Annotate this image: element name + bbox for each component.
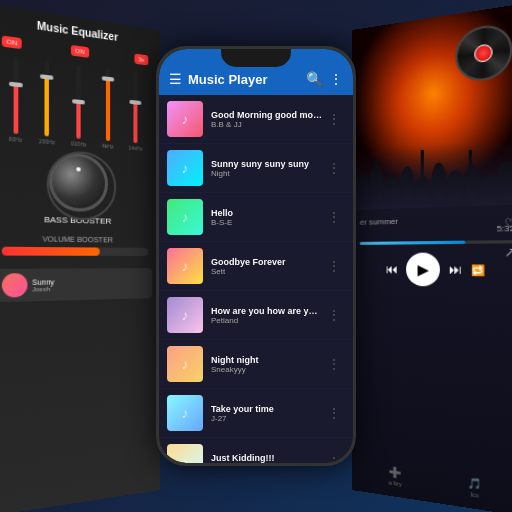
- knob-ring: [46, 149, 116, 221]
- song-info-1: Good Morning good morning B.B & JJ: [211, 110, 323, 129]
- fader-track-4[interactable]: [106, 68, 110, 141]
- song-thumb-1: ♪: [167, 101, 203, 137]
- song-more-1[interactable]: ⋮: [323, 109, 345, 129]
- note-icon-2: ♪: [182, 160, 189, 176]
- search-icon[interactable]: 🔍: [306, 71, 323, 87]
- song-artist-4: Sett: [211, 267, 323, 276]
- fader-track-2[interactable]: [45, 61, 49, 137]
- song-more-4[interactable]: ⋮: [323, 256, 345, 276]
- lyrics-btn[interactable]: 🎵 lcs: [468, 477, 482, 499]
- eq-faders: 60Hz 230Hz 910Hz 4kHz: [0, 53, 152, 153]
- right-panel-content: er summer 5:32 ⏮ ▶ ⏭ 🔁: [352, 204, 512, 306]
- note-icon-3: ♪: [182, 209, 189, 225]
- phone-frame: ☰ Music Player 🔍 ⋮ ♪ Good Morning good m…: [156, 46, 356, 466]
- play-button[interactable]: ▶: [406, 253, 440, 287]
- lyrics-icon: 🎵: [468, 477, 482, 491]
- vinyl-disc: [455, 22, 512, 84]
- song-item-7[interactable]: ♪ Take your time J-27 ⋮: [159, 389, 353, 438]
- eq-ctrl-3x[interactable]: 3x: [134, 53, 148, 65]
- svg-point-8: [464, 164, 480, 199]
- fader-track-1[interactable]: [13, 57, 18, 134]
- svg-point-9: [480, 174, 498, 201]
- eq-ctrl-on1[interactable]: ON: [2, 36, 22, 50]
- next-button[interactable]: ⏭: [449, 262, 462, 277]
- add-label: a bry: [388, 479, 402, 487]
- eq-ctrl-on2[interactable]: ON: [71, 45, 89, 58]
- fader-3: 910Hz: [71, 64, 87, 148]
- svg-rect-12: [421, 150, 424, 176]
- progress-bar[interactable]: [360, 240, 512, 245]
- add-to-library[interactable]: ➕ a bry: [388, 466, 402, 487]
- song-info-6: Night night Sneakyyy: [211, 355, 323, 374]
- phone-screen: ☰ Music Player 🔍 ⋮ ♪ Good Morning good m…: [159, 49, 353, 463]
- song-item-6[interactable]: ♪ Night night Sneakyyy ⋮: [159, 340, 353, 389]
- prev-button[interactable]: ⏮: [386, 262, 398, 276]
- fader-label-4: 4kHz: [102, 143, 114, 150]
- song-title-7: Take your time: [211, 404, 323, 414]
- fader-track-3[interactable]: [77, 65, 81, 139]
- note-icon-5: ♪: [182, 307, 189, 323]
- svg-point-10: [496, 160, 512, 199]
- fader-1: 60Hz: [9, 56, 23, 143]
- app-title: Music Player: [188, 72, 300, 87]
- song-item-8[interactable]: ♪ Just Kidding!!! Peash ⋮: [159, 438, 353, 463]
- song-more-2[interactable]: ⋮: [323, 158, 345, 178]
- song-title-8: Just Kidding!!!: [211, 453, 323, 463]
- bass-knob[interactable]: [48, 151, 107, 212]
- heart-icon[interactable]: ♡: [504, 216, 512, 232]
- fader-2: 230Hz: [39, 60, 55, 145]
- fader-label-1: 60Hz: [9, 136, 23, 144]
- song-artist-5: Petland: [211, 316, 323, 325]
- fader-5: 14kHz: [128, 71, 142, 152]
- song-item-1[interactable]: ♪ Good Morning good morning B.B & JJ ⋮: [159, 95, 353, 144]
- menu-icon[interactable]: ☰: [169, 71, 182, 87]
- volume-fill: [2, 247, 100, 256]
- fader-label-2: 230Hz: [39, 138, 55, 146]
- mini-artist: Joesh: [32, 284, 148, 292]
- svg-point-1: [354, 174, 370, 205]
- song-more-3[interactable]: ⋮: [323, 207, 345, 227]
- song-artist-6: Sneakyyy: [211, 365, 323, 374]
- song-more-8[interactable]: ⋮: [323, 452, 345, 463]
- fader-label-5: 14kHz: [128, 145, 142, 152]
- song-item-4[interactable]: ♪ Goodbye Forever Sett ⋮: [159, 242, 353, 291]
- song-item-2[interactable]: ♪ Sunny suny suny suny Night ⋮: [159, 144, 353, 193]
- song-more-6[interactable]: ⋮: [323, 354, 345, 374]
- song-title-6: Night night: [211, 355, 323, 365]
- note-icon-4: ♪: [182, 258, 189, 274]
- phone-container: ☰ Music Player 🔍 ⋮ ♪ Good Morning good m…: [156, 46, 356, 466]
- right-side-icons: ♡ ↗: [504, 216, 512, 260]
- phone-notch: [221, 49, 291, 67]
- lyrics-label: lcs: [470, 491, 478, 499]
- now-playing-panel: er summer 5:32 ⏮ ▶ ⏭ 🔁 ♡ ↗ ➕ a bry 🎵 lcs: [352, 3, 512, 512]
- repeat-button[interactable]: 🔁: [471, 264, 485, 276]
- volume-bar[interactable]: [2, 247, 148, 256]
- progress-fill: [360, 241, 465, 245]
- song-item-3[interactable]: ♪ Hello B-S-E ⋮: [159, 193, 353, 242]
- song-info-3: Hello B-S-E: [211, 208, 323, 227]
- song-info-8: Just Kidding!!! Peash: [211, 453, 323, 464]
- share-icon[interactable]: ↗: [504, 244, 512, 260]
- note-icon-6: ♪: [182, 356, 189, 372]
- song-more-5[interactable]: ⋮: [323, 305, 345, 325]
- mini-avatar: [2, 273, 28, 298]
- song-thumb-5: ♪: [167, 297, 203, 333]
- bass-knob-area: BASS BOOSTER: [0, 148, 152, 227]
- more-icon[interactable]: ⋮: [329, 71, 343, 87]
- song-item-5[interactable]: ♪ How are you how are you... Petland ⋮: [159, 291, 353, 340]
- mini-player[interactable]: Sunny Joesh: [0, 268, 152, 302]
- svg-point-5: [414, 176, 431, 204]
- song-thumb-4: ♪: [167, 248, 203, 284]
- svg-point-6: [431, 162, 446, 201]
- song-more-7[interactable]: ⋮: [323, 403, 345, 423]
- fader-track-5[interactable]: [134, 72, 138, 144]
- song-thumb-7: ♪: [167, 395, 203, 431]
- svg-point-2: [370, 165, 384, 202]
- add-icon: ➕: [389, 466, 401, 479]
- song-artist-8: Peash: [211, 463, 323, 464]
- song-thumb-3: ♪: [167, 199, 203, 235]
- concert-image: [352, 3, 512, 210]
- song-title-2: Sunny suny suny suny: [211, 159, 323, 169]
- song-artist-3: B-S-E: [211, 218, 323, 227]
- svg-rect-11: [374, 158, 377, 178]
